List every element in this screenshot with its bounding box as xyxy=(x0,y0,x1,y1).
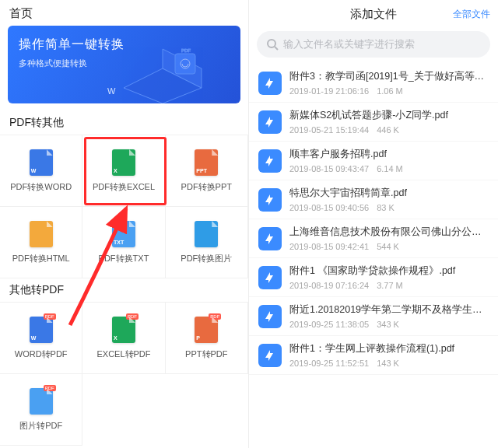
tiles-pdf-to-other: WPDF转换WORD XPDF转换EXCEL PPTPDF转换PPT PDF转换… xyxy=(0,135,248,278)
file-time: 2019-09-25 11:38:05 xyxy=(289,320,369,329)
file-time: 2019-09-25 11:52:51 xyxy=(289,359,369,368)
pdf-file-icon xyxy=(258,305,282,328)
svg-text:PDF: PDF xyxy=(181,48,191,53)
pdf-file-icon xyxy=(258,227,282,250)
file-item[interactable]: 附件1 《国家助学贷款操作规程》.pdf2019-08-19 07:16:243… xyxy=(249,258,498,297)
file-item[interactable]: 附件3：教学司函[2019]1号_关于做好高等学...2019-01-19 21… xyxy=(249,64,498,103)
file-name: 顺丰客户服务招聘.pdf xyxy=(289,148,489,161)
pdf-file-icon xyxy=(258,344,282,367)
search-input[interactable]: 输入文件名或关键字进行搜索 xyxy=(257,31,490,58)
file-name: 附近1.20182019学年第二学期不及格学生名... xyxy=(289,303,489,317)
file-size: 6.14 M xyxy=(377,164,403,173)
tile-pdf-to-txt[interactable]: TXTPDF转换TXT xyxy=(82,207,165,278)
tile-pdf-to-image[interactable]: PDF转换图片 xyxy=(166,207,248,278)
file-list: 附件3：教学司函[2019]1号_关于做好高等学...2019-01-19 21… xyxy=(249,64,498,375)
file-name: 附件1：学生网上评教操作流程(1).pdf xyxy=(289,342,489,355)
file-size: 83 K xyxy=(377,203,395,212)
right-header: 添加文件 全部文件 xyxy=(249,0,498,28)
file-item[interactable]: 顺丰客户服务招聘.pdf2019-08-15 09:43:476.14 M xyxy=(249,142,498,180)
pdf-file-icon xyxy=(258,188,282,212)
section-header-pdf-to-other: PDF转其他 xyxy=(0,111,248,135)
tile-label: PDF转换PPT xyxy=(181,181,232,193)
tile-label: EXCEL转PDF xyxy=(96,348,150,360)
file-size: 1.06 M xyxy=(377,86,403,96)
file-size: 544 K xyxy=(377,242,399,251)
tile-pdf-to-excel[interactable]: XPDF转换EXCEL xyxy=(82,135,165,207)
right-title: 添加文件 xyxy=(350,7,397,22)
file-item[interactable]: 附件1：学生网上评教操作流程(1).pdf2019-09-25 11:52:51… xyxy=(249,336,498,375)
tile-label: 图片转PDF xyxy=(19,420,62,432)
file-name: 特思尔大宇宙招聘简章.pdf xyxy=(289,187,489,200)
file-time: 2019-01-19 21:06:16 xyxy=(289,86,369,96)
file-item[interactable]: 上海维音信息技术股份有限公司佛山分公司20...2019-08-15 09:42… xyxy=(249,219,498,258)
page-title: 首页 xyxy=(0,0,248,26)
tile-label: PDF转换HTML xyxy=(12,253,70,264)
pdf-file-icon xyxy=(258,149,282,173)
file-time: 2019-08-19 07:16:24 xyxy=(289,281,369,290)
tiles-other-to-pdf: WPDFWORD转PDF XPDFEXCEL转PDF PPDFPPT转PDF P… xyxy=(0,302,248,446)
file-name: 附件1 《国家助学贷款操作规程》.pdf xyxy=(289,264,489,278)
tile-label: PDF转换TXT xyxy=(99,253,149,264)
tile-image-to-pdf[interactable]: PDF图片转PDF xyxy=(0,374,82,446)
search-placeholder: 输入文件名或关键字进行搜索 xyxy=(283,37,415,51)
file-size: 143 K xyxy=(377,359,399,368)
promo-banner[interactable]: 操作简单一键转换 多种格式便捷转换 W PDF xyxy=(8,26,240,103)
right-pane: 添加文件 全部文件 输入文件名或关键字进行搜索 附件3：教学司函[2019]1号… xyxy=(249,0,498,448)
banner-illustration: PDF xyxy=(116,26,240,103)
file-size: 446 K xyxy=(377,125,399,135)
tile-label: PDF转换图片 xyxy=(181,253,232,264)
file-item[interactable]: 附近1.20182019学年第二学期不及格学生名...2019-09-25 11… xyxy=(249,297,498,336)
tile-excel-to-pdf[interactable]: XPDFEXCEL转PDF xyxy=(82,303,165,374)
tile-word-to-pdf[interactable]: WPDFWORD转PDF xyxy=(0,303,82,374)
file-time: 2019-08-15 09:40:56 xyxy=(289,203,369,212)
file-size: 343 K xyxy=(377,320,399,329)
search-icon xyxy=(266,38,279,51)
tile-pdf-to-ppt[interactable]: PPTPDF转换PPT xyxy=(166,135,248,207)
pdf-file-icon xyxy=(258,266,282,289)
svg-line-4 xyxy=(275,47,278,50)
file-name: 新媒体S2机试答题步骤-小Z同学.pdf xyxy=(289,109,489,122)
svg-point-3 xyxy=(268,40,275,47)
file-item[interactable]: 特思尔大宇宙招聘简章.pdf2019-08-15 09:40:5683 K xyxy=(249,180,498,219)
all-files-link[interactable]: 全部文件 xyxy=(453,8,490,21)
file-size: 3.77 M xyxy=(377,281,403,290)
tile-label: PPT转PDF xyxy=(185,348,227,360)
tile-label: PDF转换WORD xyxy=(10,181,72,193)
tile-pdf-to-html[interactable]: PDF转换HTML xyxy=(0,207,82,278)
file-time: 2019-08-15 09:43:47 xyxy=(289,164,369,173)
pdf-file-icon xyxy=(258,72,282,95)
tile-label: WORD转PDF xyxy=(15,348,68,360)
banner-deco-letter: W xyxy=(107,86,115,96)
file-time: 2019-08-15 09:42:41 xyxy=(289,242,369,251)
file-time: 2019-05-21 15:19:44 xyxy=(289,125,369,135)
file-name: 附件3：教学司函[2019]1号_关于做好高等学... xyxy=(289,70,489,83)
file-item[interactable]: 新媒体S2机试答题步骤-小Z同学.pdf2019-05-21 15:19:444… xyxy=(249,103,498,142)
svg-rect-0 xyxy=(175,54,195,74)
tile-ppt-to-pdf[interactable]: PPDFPPT转PDF xyxy=(166,303,248,374)
left-pane: 首页 操作简单一键转换 多种格式便捷转换 W PDF PDF转其他 WPDF转换… xyxy=(0,0,249,448)
pdf-file-icon xyxy=(258,110,282,134)
tile-label: PDF转换EXCEL xyxy=(93,181,155,193)
tile-pdf-to-word[interactable]: WPDF转换WORD xyxy=(0,135,82,207)
section-header-other-to-pdf: 其他转PDF xyxy=(0,278,248,302)
file-name: 上海维音信息技术股份有限公司佛山分公司20... xyxy=(289,226,489,239)
